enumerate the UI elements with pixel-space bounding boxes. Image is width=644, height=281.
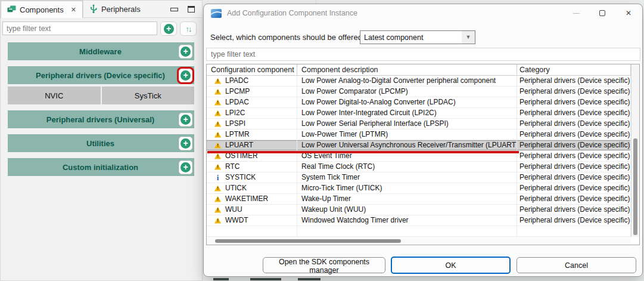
sort-arrows-icon: ↑↓	[186, 24, 191, 33]
component-button-systick[interactable]: SysTick	[102, 87, 195, 104]
warning-icon: !	[214, 196, 221, 202]
restore-view-icon[interactable]	[188, 6, 195, 13]
component-name: SYSTICK	[225, 172, 256, 183]
cell-category: Peripheral drivers (Device specific)	[517, 194, 631, 204]
table-row-systick[interactable]: iSYSTICKSystem Tick TimerPeripheral driv…	[207, 172, 639, 183]
components-table: Configuration component Component descri…	[206, 64, 640, 245]
offer-select-value: Latest component	[360, 33, 462, 42]
cell-component-description: Real Time Clock (RTC)	[297, 162, 517, 172]
cell-configuration-component: !LPADC	[207, 76, 297, 86]
cell-category: Peripheral drivers (Device specific)	[517, 183, 631, 193]
background-text-fragment	[298, 278, 321, 280]
vertical-scrollbar-thumb[interactable]	[633, 138, 637, 235]
ok-button[interactable]: OK	[391, 257, 511, 274]
horizontal-scrollbar[interactable]	[207, 237, 631, 245]
vertical-scrollbar[interactable]	[631, 64, 639, 237]
component-name: LPI2C	[225, 108, 245, 118]
minimize-button[interactable]	[567, 7, 585, 20]
add-peripheral-drivers-device-specific-button[interactable]: +	[179, 69, 192, 82]
view-tabbar: Components ✕ Peripherals	[1, 1, 202, 18]
components-icon	[7, 5, 16, 15]
tab-peripherals[interactable]: Peripherals	[83, 1, 147, 18]
table-row-lpuart[interactable]: !LPUARTLow Power Universal Asynchronous …	[207, 140, 639, 151]
cell-component-description: Low-Power Timer (LPTMR)	[297, 129, 517, 140]
background-text-fragment	[250, 278, 281, 280]
horizontal-scrollbar-thumb[interactable]	[215, 239, 401, 243]
empty-cell	[297, 226, 517, 236]
plus-icon: +	[181, 115, 191, 125]
cell-component-description: Wakeup Unit (WUU)	[297, 205, 517, 215]
section-utilities: Utilities+	[8, 134, 194, 152]
add-custom-initialization-button[interactable]: +	[179, 160, 192, 174]
table-row-wwdt[interactable]: !WWDTWindowed Watchdog Timer driverPerip…	[207, 215, 639, 226]
cell-configuration-component: iSYSTICK	[207, 172, 297, 183]
table-row-utick[interactable]: !UTICKMicro-Tick Timer (UTICK)Peripheral…	[207, 183, 639, 194]
cell-configuration-component: !LPTMR	[207, 129, 297, 140]
add-peripheral-drivers-universal-button[interactable]: +	[179, 113, 192, 126]
section-label: Custom initialization	[8, 163, 179, 172]
cell-category: Peripheral drivers (Device specific)	[517, 119, 631, 129]
plus-icon: +	[181, 138, 191, 149]
table-row-waketimer[interactable]: !WAKETIMERWake-Up TimerPeripheral driver…	[207, 194, 639, 205]
section-peripheral-drivers-device-specific: Peripheral drivers (Device specific)+NVI…	[8, 66, 194, 104]
cell-component-description: System Tick Timer	[297, 172, 517, 183]
column-header-component-description[interactable]: Component description	[297, 64, 517, 75]
warning-icon: !	[214, 100, 221, 106]
section-label: Utilities	[8, 139, 179, 148]
tab-peripherals-label: Peripherals	[101, 5, 141, 14]
table-row-lpspi[interactable]: !LPSPILow Power Serial Peripheral Interf…	[207, 119, 639, 129]
cell-component-description: Windowed Watchdog Timer driver	[297, 215, 517, 226]
cell-component-description: Micro-Tick Timer (UTICK)	[297, 183, 517, 193]
table-row-wuu[interactable]: !WUUWakeup Unit (WUU)Peripheral drivers …	[207, 205, 639, 215]
cancel-button[interactable]: Cancel	[517, 257, 636, 273]
warning-icon: !	[214, 218, 221, 224]
add-utilities-button[interactable]: +	[179, 137, 192, 150]
warning-icon: !	[214, 132, 221, 138]
cell-component-description: Low Power Serial Peripheral Interface (L…	[297, 119, 517, 129]
close-button[interactable]: ✕	[620, 7, 637, 20]
cell-category: Peripheral drivers (Device specific)	[517, 205, 631, 215]
table-row-rtc[interactable]: !RTCReal Time Clock (RTC)Peripheral driv…	[207, 162, 639, 172]
empty-cell	[207, 226, 297, 236]
usb-icon	[89, 4, 98, 15]
section-header-peripheral-drivers-device-specific: Peripheral drivers (Device specific)+	[8, 66, 194, 84]
background-text-fragment	[213, 278, 229, 280]
dialog-titlebar: Add Configuration Component Instance ✕	[204, 4, 642, 22]
warning-icon: !	[214, 143, 221, 149]
section-custom-initialization: Custom initialization+	[8, 158, 194, 176]
cell-category: Peripheral drivers (Device specific)	[517, 215, 631, 226]
section-label: Middleware	[8, 47, 179, 56]
table-header: Configuration component Component descri…	[207, 64, 639, 76]
components-filter-input[interactable]	[2, 21, 157, 35]
close-tab-icon[interactable]: ✕	[71, 6, 76, 14]
open-sdk-components-manager-button[interactable]: Open the SDK components manager	[263, 257, 385, 273]
component-name: LPUART	[225, 140, 253, 150]
section-header-custom-initialization: Custom initialization+	[8, 158, 194, 176]
tab-components[interactable]: Components ✕	[1, 1, 83, 18]
table-row-lpcmp[interactable]: !LPCMPLow Power Comparator (LPCMP)Periph…	[207, 87, 639, 97]
cell-configuration-component: !WUU	[207, 205, 297, 215]
dialog-filter-input[interactable]	[206, 48, 640, 61]
cell-configuration-component: !LPSPI	[207, 119, 297, 129]
add-middleware-button[interactable]: +	[179, 45, 192, 58]
table-row-lpadc[interactable]: !LPADCLow Power Analog-to-Digital Conver…	[207, 76, 639, 87]
maximize-button[interactable]	[593, 7, 611, 20]
offer-select[interactable]: Latest component ▼	[360, 30, 475, 44]
cell-category: Peripheral drivers (Device specific)	[517, 172, 631, 183]
table-row-lpdac[interactable]: !LPDACLow Power Digital-to-Analog Conver…	[207, 97, 639, 108]
table-row-lptmr[interactable]: !LPTMRLow-Power Timer (LPTMR)Peripheral …	[207, 129, 639, 140]
sort-button[interactable]: ↑↓	[180, 21, 197, 36]
warning-icon: !	[214, 207, 221, 213]
section-label: Peripheral drivers (Universal)	[8, 115, 179, 124]
component-button-nvic[interactable]: NVIC	[8, 87, 101, 104]
table-row-lpi2c[interactable]: !LPI2CLow Power Inter-Integrated Circuit…	[207, 108, 639, 119]
component-name: RTC	[225, 162, 239, 172]
minimize-view-icon[interactable]	[170, 8, 178, 11]
warning-icon: !	[214, 153, 221, 159]
component-name: UTICK	[225, 183, 247, 193]
column-header-configuration-component[interactable]: Configuration component	[207, 64, 297, 75]
section-header-utilities: Utilities+	[8, 134, 194, 152]
column-header-category[interactable]: Category	[517, 64, 631, 75]
dialog-add-configuration-component-instance: Add Configuration Component Instance ✕ S…	[203, 4, 643, 277]
add-component-button[interactable]: +	[160, 21, 177, 36]
